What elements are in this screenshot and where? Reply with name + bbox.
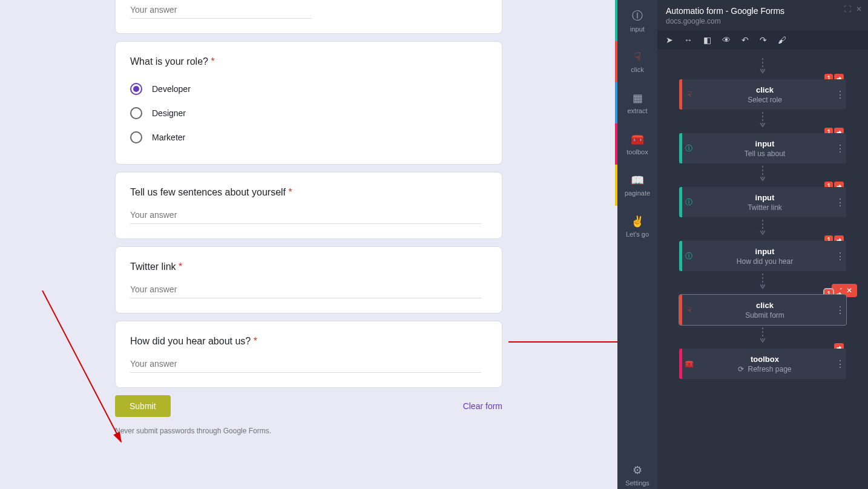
flow-node-wrap: 1➜ Ⓘ input How did you hear ⋮ xyxy=(679,241,846,271)
question-hear-card: How did you hear about us? * xyxy=(115,321,502,388)
node-subtitle: How did you hear xyxy=(737,257,793,266)
input-icon: Ⓘ xyxy=(682,251,695,261)
sidetab-spacer xyxy=(617,247,657,465)
panel-title: Automatio form - Google Forms xyxy=(666,6,860,16)
flow-node-input[interactable]: Ⓘ input Twitter link ⋮ xyxy=(679,187,846,217)
confirm-cancel-icon[interactable]: ✕ xyxy=(846,286,852,295)
flow-node-input[interactable]: Ⓘ input How did you hear ⋮ xyxy=(679,241,846,271)
panel-header: Automatio form - Google Forms docs.googl… xyxy=(657,0,868,30)
flow-canvas: 1➜ ☟ click Select role ⋮ 1➜ Ⓘ input Tell… xyxy=(657,50,868,489)
required-icon: * xyxy=(288,187,292,197)
question-text: What is your role? * xyxy=(130,56,487,67)
sidetab-label: click xyxy=(631,66,643,73)
required-icon: * xyxy=(179,261,182,272)
flow-node-wrap: 1➜ Ⓘ input Tell us about ⋮ xyxy=(679,133,846,163)
resize-icon[interactable]: ↔ xyxy=(684,35,692,45)
node-title: click xyxy=(695,85,834,94)
cursor-icon[interactable]: ➤ xyxy=(666,35,673,45)
panel-side-tabs: Ⓘinput ☟click ▦extract 🧰toolbox 📖paginat… xyxy=(617,0,657,489)
radio-option[interactable]: Marketer xyxy=(130,125,487,149)
sidetab-settings[interactable]: ⚙Settings xyxy=(617,465,657,489)
question-label: How did you hear about us? xyxy=(130,336,251,346)
flow-node-wrap: 1➜ ☟ click Select role ⋮ xyxy=(679,79,846,110)
panel-subtitle: docs.google.com xyxy=(666,17,860,25)
sidetab-extract[interactable]: ▦extract xyxy=(617,82,657,123)
sidetab-toolbox[interactable]: 🧰toolbox xyxy=(617,123,657,165)
panel-main: Automatio form - Google Forms docs.googl… xyxy=(657,0,868,489)
node-menu-icon[interactable]: ⋮ xyxy=(834,358,846,370)
eraser-icon[interactable]: ◧ xyxy=(703,35,711,45)
node-subtitle: ⟳Refresh page xyxy=(738,365,791,373)
gear-icon: ⚙ xyxy=(633,464,642,477)
sidetab-label: Settings xyxy=(625,479,649,487)
question-text: How did you hear about us? * xyxy=(130,336,487,347)
close-icon[interactable]: ✕ xyxy=(856,5,862,13)
node-title: input xyxy=(695,139,834,148)
sidetab-label: Let's go xyxy=(626,231,649,238)
node-menu-icon[interactable]: ⋮ xyxy=(834,143,846,154)
input-icon: Ⓘ xyxy=(682,143,695,154)
pointer-icon: ☟ xyxy=(634,50,641,64)
redo-icon[interactable]: ↷ xyxy=(760,35,767,45)
flow-node-click[interactable]: ☟ click Submit form ⋮ xyxy=(679,295,846,325)
click-icon: ☟ xyxy=(682,90,695,99)
text-cursor-icon: Ⓘ xyxy=(632,8,643,23)
answer-input[interactable] xyxy=(130,356,481,373)
node-menu-icon[interactable]: ⋮ xyxy=(834,89,846,100)
sidetab-paginate[interactable]: 📖paginate xyxy=(617,165,657,206)
node-title: toolbox xyxy=(695,355,834,364)
flow-node-input[interactable]: Ⓘ input Tell us about ⋮ xyxy=(679,133,846,163)
grid-icon: ▦ xyxy=(633,91,643,105)
question-label: Tell us few sentences about yourself xyxy=(130,187,286,197)
radio-icon[interactable] xyxy=(130,83,142,95)
flow-node-wrap: 1➜ Ⓘ input Twitter link ⋮ xyxy=(679,187,846,217)
sidetab-input[interactable]: Ⓘinput xyxy=(617,0,657,41)
flow-node-wrap: ✔✕ 1➜ ☟ click Submit form ⋮ xyxy=(679,295,846,325)
node-subtitle: Submit form xyxy=(745,311,784,320)
panel-toolbar: ➤ ↔ ◧ 👁 ↶ ↷ 🖌 xyxy=(657,30,868,50)
sidetab-label: paginate xyxy=(625,189,650,197)
radio-label: Designer xyxy=(152,108,186,118)
sidetab-letsgo[interactable]: ✌Let's go xyxy=(617,206,657,247)
eye-icon[interactable]: 👁 xyxy=(722,35,731,45)
answer-input[interactable] xyxy=(130,282,481,298)
radio-icon[interactable] xyxy=(130,107,142,119)
peace-icon: ✌ xyxy=(631,215,644,228)
sidetab-click[interactable]: ☟click xyxy=(617,41,657,82)
flow-node-toolbox[interactable]: 🧰 toolbox ⟳Refresh page ⋮ xyxy=(679,349,846,379)
answer-input[interactable] xyxy=(130,2,312,19)
node-menu-icon[interactable]: ⋮ xyxy=(834,251,846,262)
radio-icon[interactable] xyxy=(130,131,142,143)
node-subtitle: Twitter link xyxy=(748,203,782,212)
toolbox-icon: 🧰 xyxy=(631,133,644,146)
footnote-text: Never submit passwords through Google Fo… xyxy=(115,427,502,435)
undo-icon[interactable]: ↶ xyxy=(741,35,749,45)
radio-option[interactable]: Developer xyxy=(130,77,487,101)
clear-form-link[interactable]: Clear form xyxy=(463,401,502,411)
required-icon: * xyxy=(254,336,257,346)
node-title: input xyxy=(695,247,834,256)
refresh-icon: ⟳ xyxy=(738,365,744,373)
expand-icon[interactable]: ⛶ xyxy=(844,5,851,13)
node-subtitle: Tell us about xyxy=(745,149,785,158)
question-twitter-card: Twitter link * xyxy=(115,246,502,313)
question-about-card: Tell us few sentences about yourself * xyxy=(115,172,502,239)
node-menu-icon[interactable]: ⋮ xyxy=(834,197,846,208)
radio-label: Marketer xyxy=(152,133,185,142)
required-icon: * xyxy=(211,56,214,67)
node-title: click xyxy=(695,301,834,310)
submit-button[interactable]: Submit xyxy=(115,395,171,417)
flow-node-click[interactable]: ☟ click Select role ⋮ xyxy=(679,79,846,110)
click-icon: ☟ xyxy=(682,306,695,314)
brush-icon[interactable]: 🖌 xyxy=(778,35,786,45)
question-role-card: What is your role? * Developer Designer … xyxy=(115,41,502,165)
answer-input[interactable] xyxy=(130,208,481,224)
google-form-area: What is your role? * Developer Designer … xyxy=(0,0,617,489)
radio-option[interactable]: Designer xyxy=(130,101,487,125)
book-icon: 📖 xyxy=(631,174,644,187)
question-card xyxy=(115,0,502,34)
sidetab-label: toolbox xyxy=(626,148,648,156)
flow-arrow-icon xyxy=(662,327,863,346)
sidetab-label: input xyxy=(630,25,645,33)
node-menu-icon[interactable]: ⋮ xyxy=(834,304,846,316)
